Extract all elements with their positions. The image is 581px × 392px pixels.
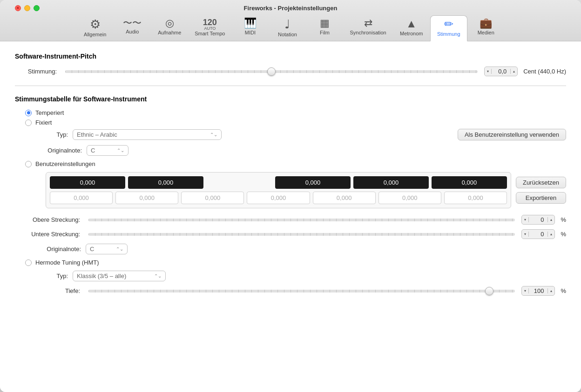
fixiert-label: Fixiert [35,119,52,126]
medien-icon: 💼 [480,18,492,28]
titlebar: ✕ Fireworks - Projekteinstellungen ⚙ All… [0,0,581,41]
toolbar-item-film[interactable]: ▦ Film [306,15,343,41]
toolbar-item-audio[interactable]: 〜〜 Audio [114,15,151,41]
hermode-typ-arrow-icon: ⌃⌄ [154,273,162,279]
benutzer-row[interactable]: Benutzereinstellungen [15,160,566,167]
temperiert-row[interactable]: Temperiert [15,109,566,116]
tiefe-percent: % [561,287,566,294]
untere-stepper[interactable]: ▾ 0 ▴ [521,229,555,239]
untere-percent: % [561,231,566,238]
typ-select[interactable]: Ethnic – Arabic ⌃⌄ [73,129,222,140]
zuruecksetzen-button[interactable]: Zurücksetzen [516,177,566,188]
stimmung-up-btn[interactable]: ▴ [511,69,517,74]
originalnote-1-select[interactable]: C ⌃⌄ [87,145,128,156]
tiefe-up-btn[interactable]: ▴ [548,288,554,294]
table-section: Stimmungstabelle für Software-Instrument… [15,95,566,296]
stimmung-stepper[interactable]: ▾ 0,0 ▴ [484,66,518,76]
obere-slider[interactable] [88,219,515,221]
tiefe-down-btn[interactable]: ▾ [522,288,528,294]
tuning-spacer-0 [206,176,272,189]
hermode-typ-row: Typ: Klassik (3/5 – alle) ⌃⌄ [15,271,566,281]
obere-stepper[interactable]: ▾ 0 ▴ [521,215,555,225]
tuning-cell-dark-2[interactable]: 0,000 [275,176,351,189]
obere-row: Obere Streckung: ▾ 0 ▴ % [15,215,566,225]
toolbar-item-synchronisation[interactable]: ⇄ Synchronisation [343,15,392,41]
stimmung-label: Stimmung: [15,68,61,75]
toolbar-item-metronom[interactable]: ▲ Metronom [393,15,430,41]
obere-percent: % [561,216,566,223]
tuning-cell-light-3[interactable]: 0,000 [247,192,310,204]
maximize-button[interactable] [34,5,40,11]
exportieren-button[interactable]: Exportieren [516,192,566,204]
obere-down-btn[interactable]: ▾ [522,217,528,223]
toolbar-label-metronom: Metronom [400,31,423,36]
obere-up-btn[interactable]: ▴ [548,217,554,223]
obere-slider-container [85,219,519,221]
tuning-cell-light-4[interactable]: 0,000 [313,192,376,204]
tuning-cell-light-1[interactable]: 0,000 [115,192,178,204]
toolbar-item-aufnahme[interactable]: ◎ Aufnahme [151,15,188,41]
tuning-cell-light-0[interactable]: 0,000 [50,192,113,204]
toolbar-item-allgemein[interactable]: ⚙ Allgemein [76,15,114,41]
tuning-dark-row: 0,000 0,000 0,000 0,000 0,000 [50,176,507,189]
benutzer-radio[interactable] [25,161,32,167]
toolbar-item-midi[interactable]: 🎹 MIDI [231,15,269,41]
tuning-cell-dark-3[interactable]: 0,000 [353,176,429,189]
tiefe-stepper[interactable]: ▾ 100 ▴ [521,286,555,296]
tiefe-slider-container [85,290,519,292]
fixiert-row[interactable]: Fixiert [15,119,566,126]
toolbar-label-allgemein: Allgemein [84,32,106,37]
stimmung-value: 0,0 [492,67,510,76]
stimmung-slider[interactable] [65,70,478,73]
hermode-radio[interactable] [25,259,32,266]
minimize-button[interactable] [24,5,30,11]
toolbar-item-notation[interactable]: ♩ Notation [269,15,306,41]
traffic-lights: ✕ [15,5,40,11]
tiefe-label: Tiefe: [15,287,85,294]
tiefe-row: Tiefe: ▾ 100 ▴ % [15,286,566,296]
hermode-typ-select[interactable]: Klassik (3/5 – alle) ⌃⌄ [73,271,166,281]
hermode-row[interactable]: Hermode Tuning (HMT) [15,259,566,266]
benutzer-label: Benutzereinstellungen [35,160,95,167]
untere-slider[interactable] [88,233,515,236]
originalnote-1-arrow-icon: ⌃⌄ [117,148,124,153]
fixiert-radio[interactable] [25,120,32,126]
main-window: ✕ Fireworks - Projekteinstellungen ⚙ All… [0,0,581,392]
tiefe-value: 100 [529,286,547,295]
untere-slider-container [85,233,519,236]
toolbar-label-film: Film [320,30,330,35]
toolbar-label-medien: Medien [478,30,494,35]
tiefe-slider[interactable] [88,290,515,292]
toolbar-item-stimmung[interactable]: ✏ Stimmung [430,15,467,41]
gear-icon: ⚙ [90,18,101,30]
notation-icon: ♩ [284,18,290,30]
tuning-cell-dark-0[interactable]: 0,000 [50,176,125,189]
als-benutzer-button[interactable]: Als Benutzereinstellung verwenden [458,129,566,140]
untere-up-btn[interactable]: ▴ [548,232,554,237]
obere-label: Obere Streckung: [15,216,85,223]
temperiert-radio[interactable] [25,110,32,116]
toolbar-label-aufnahme: Aufnahme [158,30,181,35]
temperiert-label: Temperiert [35,109,64,116]
toolbar-item-smart-tempo[interactable]: 120 AUTO Smart Tempo [188,15,231,41]
close-button[interactable]: ✕ [15,5,21,11]
originalnote-1-value: C [91,147,117,154]
tuning-cell-light-5[interactable]: 0,000 [378,192,441,204]
tuning-cell-dark-4[interactable]: 0,000 [432,176,507,189]
untere-down-btn[interactable]: ▾ [522,232,528,237]
table-section-title: Stimmungstabelle für Software-Instrument [15,95,566,103]
midi-icon: 🎹 [244,18,257,28]
stimmung-unit: Cent (440,0 Hz) [523,68,566,75]
originalnote-2-arrow-icon: ⌃⌄ [116,246,123,252]
toolbar: ⚙ Allgemein 〜〜 Audio ◎ Aufnahme 120 AUTO… [7,15,574,41]
tuning-cell-light-2[interactable]: 0,000 [181,192,244,204]
toolbar-label-synchronisation: Synchronisation [350,30,386,35]
stimmung-down-btn[interactable]: ▾ [485,69,491,74]
tuning-cell-dark-1[interactable]: 0,000 [128,176,203,189]
audio-icon: 〜〜 [123,18,142,27]
untere-row: Untere Streckung: ▾ 0 ▴ % [15,229,566,239]
untere-label: Untere Streckung: [15,231,85,238]
toolbar-item-medien[interactable]: 💼 Medien [467,15,505,41]
tuning-cell-light-6[interactable]: 0,000 [444,192,507,204]
originalnote-2-select[interactable]: C ⌃⌄ [86,244,128,254]
